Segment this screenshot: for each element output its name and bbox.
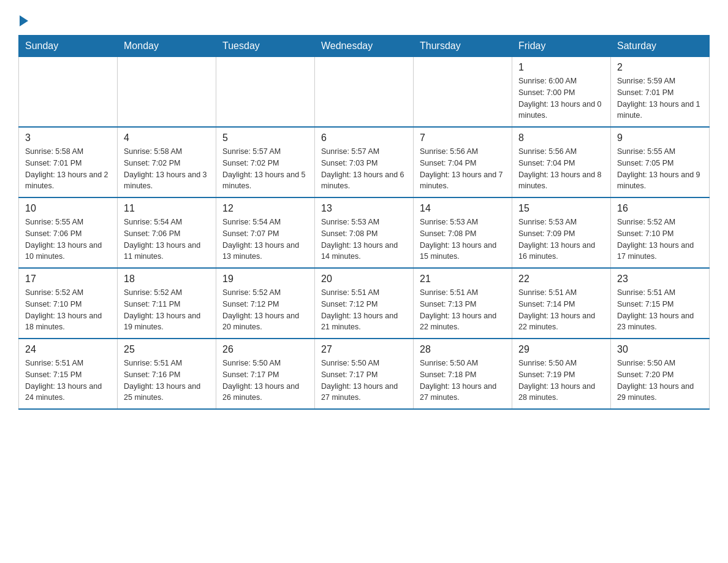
day-info: Sunrise: 5:50 AMSunset: 7:18 PMDaylight:… xyxy=(420,358,506,404)
calendar-cell: 21Sunrise: 5:51 AMSunset: 7:13 PMDayligh… xyxy=(414,268,512,339)
calendar-cell: 16Sunrise: 5:52 AMSunset: 7:10 PMDayligh… xyxy=(611,197,710,268)
day-number: 21 xyxy=(420,274,506,285)
logo-chevron-icon xyxy=(20,15,29,29)
day-info: Sunrise: 5:50 AMSunset: 7:17 PMDaylight:… xyxy=(321,358,407,404)
weekday-header-thursday: Thursday xyxy=(414,36,512,57)
calendar-cell: 30Sunrise: 5:50 AMSunset: 7:20 PMDayligh… xyxy=(611,339,710,409)
day-number: 27 xyxy=(321,344,407,355)
day-number: 28 xyxy=(420,344,506,355)
week-row-4: 17Sunrise: 5:52 AMSunset: 7:10 PMDayligh… xyxy=(19,268,710,339)
day-info: Sunrise: 5:50 AMSunset: 7:17 PMDaylight:… xyxy=(222,358,308,404)
day-number: 13 xyxy=(321,203,407,214)
calendar-table: SundayMondayTuesdayWednesdayThursdayFrid… xyxy=(18,35,710,410)
calendar-cell xyxy=(315,57,414,128)
day-number: 25 xyxy=(124,344,210,355)
calendar-cell: 13Sunrise: 5:53 AMSunset: 7:08 PMDayligh… xyxy=(315,197,414,268)
day-info: Sunrise: 5:52 AMSunset: 7:10 PMDaylight:… xyxy=(617,216,703,262)
weekday-header-monday: Monday xyxy=(118,36,216,57)
calendar-cell: 15Sunrise: 5:53 AMSunset: 7:09 PMDayligh… xyxy=(512,197,611,268)
week-row-3: 10Sunrise: 5:55 AMSunset: 7:06 PMDayligh… xyxy=(19,197,710,268)
calendar-cell: 9Sunrise: 5:55 AMSunset: 7:05 PMDaylight… xyxy=(611,127,710,197)
day-info: Sunrise: 5:53 AMSunset: 7:08 PMDaylight:… xyxy=(321,216,407,262)
calendar-cell: 3Sunrise: 5:58 AMSunset: 7:01 PMDaylight… xyxy=(19,127,118,197)
weekday-header-sunday: Sunday xyxy=(19,36,118,57)
day-info: Sunrise: 5:52 AMSunset: 7:11 PMDaylight:… xyxy=(124,287,210,333)
page-header xyxy=(18,12,710,29)
day-info: Sunrise: 5:51 AMSunset: 7:16 PMDaylight:… xyxy=(124,358,210,404)
weekday-header-friday: Friday xyxy=(512,36,611,57)
day-info: Sunrise: 5:50 AMSunset: 7:20 PMDaylight:… xyxy=(617,358,703,404)
day-number: 3 xyxy=(25,132,111,144)
calendar-cell: 27Sunrise: 5:50 AMSunset: 7:17 PMDayligh… xyxy=(315,339,414,409)
day-number: 6 xyxy=(321,132,407,144)
calendar-cell: 28Sunrise: 5:50 AMSunset: 7:18 PMDayligh… xyxy=(414,339,512,409)
day-info: Sunrise: 5:54 AMSunset: 7:06 PMDaylight:… xyxy=(124,216,210,262)
day-number: 5 xyxy=(222,132,308,144)
calendar-cell: 8Sunrise: 5:56 AMSunset: 7:04 PMDaylight… xyxy=(512,127,611,197)
day-number: 23 xyxy=(617,274,703,285)
weekday-header-wednesday: Wednesday xyxy=(315,36,414,57)
day-info: Sunrise: 5:54 AMSunset: 7:07 PMDaylight:… xyxy=(222,216,308,262)
calendar-cell: 12Sunrise: 5:54 AMSunset: 7:07 PMDayligh… xyxy=(216,197,315,268)
week-row-1: 1Sunrise: 6:00 AMSunset: 7:00 PMDaylight… xyxy=(19,57,710,128)
day-number: 9 xyxy=(617,132,703,144)
calendar-cell: 6Sunrise: 5:57 AMSunset: 7:03 PMDaylight… xyxy=(315,127,414,197)
day-info: Sunrise: 5:51 AMSunset: 7:12 PMDaylight:… xyxy=(321,287,407,333)
day-info: Sunrise: 5:52 AMSunset: 7:12 PMDaylight:… xyxy=(222,287,308,333)
calendar-cell: 25Sunrise: 5:51 AMSunset: 7:16 PMDayligh… xyxy=(118,339,216,409)
day-info: Sunrise: 5:59 AMSunset: 7:01 PMDaylight:… xyxy=(617,75,703,121)
day-info: Sunrise: 5:51 AMSunset: 7:15 PMDaylight:… xyxy=(617,287,703,333)
day-number: 10 xyxy=(25,203,111,214)
day-number: 20 xyxy=(321,274,407,285)
calendar-cell: 4Sunrise: 5:58 AMSunset: 7:02 PMDaylight… xyxy=(118,127,216,197)
calendar-cell: 29Sunrise: 5:50 AMSunset: 7:19 PMDayligh… xyxy=(512,339,611,409)
day-number: 22 xyxy=(518,274,604,285)
day-info: Sunrise: 6:00 AMSunset: 7:00 PMDaylight:… xyxy=(518,75,604,121)
calendar-cell: 20Sunrise: 5:51 AMSunset: 7:12 PMDayligh… xyxy=(315,268,414,339)
calendar-cell: 5Sunrise: 5:57 AMSunset: 7:02 PMDaylight… xyxy=(216,127,315,197)
logo xyxy=(18,12,29,29)
day-number: 7 xyxy=(420,132,506,144)
week-row-2: 3Sunrise: 5:58 AMSunset: 7:01 PMDaylight… xyxy=(19,127,710,197)
calendar-cell: 11Sunrise: 5:54 AMSunset: 7:06 PMDayligh… xyxy=(118,197,216,268)
calendar-cell: 26Sunrise: 5:50 AMSunset: 7:17 PMDayligh… xyxy=(216,339,315,409)
calendar-cell: 18Sunrise: 5:52 AMSunset: 7:11 PMDayligh… xyxy=(118,268,216,339)
day-number: 11 xyxy=(124,203,210,214)
day-number: 2 xyxy=(617,62,703,73)
day-number: 1 xyxy=(518,62,604,73)
day-info: Sunrise: 5:51 AMSunset: 7:14 PMDaylight:… xyxy=(518,287,604,333)
calendar-cell: 1Sunrise: 6:00 AMSunset: 7:00 PMDaylight… xyxy=(512,57,611,128)
day-info: Sunrise: 5:58 AMSunset: 7:01 PMDaylight:… xyxy=(25,146,111,192)
day-info: Sunrise: 5:53 AMSunset: 7:08 PMDaylight:… xyxy=(420,216,506,262)
day-number: 24 xyxy=(25,344,111,355)
calendar-cell: 24Sunrise: 5:51 AMSunset: 7:15 PMDayligh… xyxy=(19,339,118,409)
day-info: Sunrise: 5:56 AMSunset: 7:04 PMDaylight:… xyxy=(420,146,506,192)
day-number: 14 xyxy=(420,203,506,214)
day-number: 29 xyxy=(518,344,604,355)
day-info: Sunrise: 5:57 AMSunset: 7:02 PMDaylight:… xyxy=(222,146,308,192)
day-info: Sunrise: 5:56 AMSunset: 7:04 PMDaylight:… xyxy=(518,146,604,192)
day-number: 12 xyxy=(222,203,308,214)
day-info: Sunrise: 5:55 AMSunset: 7:05 PMDaylight:… xyxy=(617,146,703,192)
day-number: 17 xyxy=(25,274,111,285)
calendar-cell xyxy=(414,57,512,128)
day-info: Sunrise: 5:51 AMSunset: 7:13 PMDaylight:… xyxy=(420,287,506,333)
calendar-cell xyxy=(216,57,315,128)
day-number: 30 xyxy=(617,344,703,355)
calendar-cell: 19Sunrise: 5:52 AMSunset: 7:12 PMDayligh… xyxy=(216,268,315,339)
weekday-header-row: SundayMondayTuesdayWednesdayThursdayFrid… xyxy=(19,36,710,57)
day-info: Sunrise: 5:58 AMSunset: 7:02 PMDaylight:… xyxy=(124,146,210,192)
day-number: 16 xyxy=(617,203,703,214)
calendar-cell: 7Sunrise: 5:56 AMSunset: 7:04 PMDaylight… xyxy=(414,127,512,197)
calendar-cell xyxy=(118,57,216,128)
weekday-header-tuesday: Tuesday xyxy=(216,36,315,57)
day-number: 18 xyxy=(124,274,210,285)
week-row-5: 24Sunrise: 5:51 AMSunset: 7:15 PMDayligh… xyxy=(19,339,710,409)
day-number: 26 xyxy=(222,344,308,355)
calendar-cell xyxy=(19,57,118,128)
day-info: Sunrise: 5:53 AMSunset: 7:09 PMDaylight:… xyxy=(518,216,604,262)
day-info: Sunrise: 5:52 AMSunset: 7:10 PMDaylight:… xyxy=(25,287,111,333)
svg-marker-0 xyxy=(20,15,28,26)
day-info: Sunrise: 5:50 AMSunset: 7:19 PMDaylight:… xyxy=(518,358,604,404)
day-number: 19 xyxy=(222,274,308,285)
